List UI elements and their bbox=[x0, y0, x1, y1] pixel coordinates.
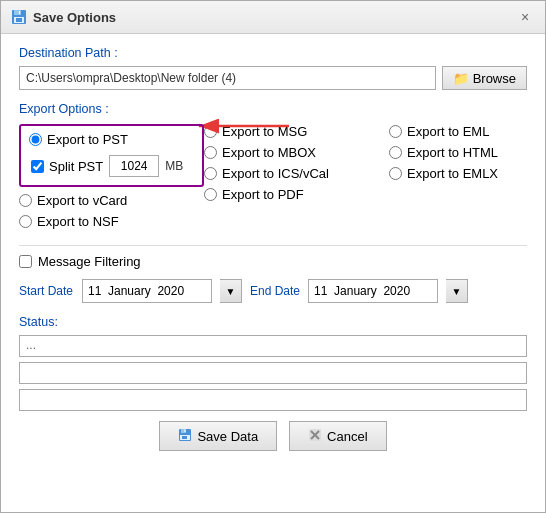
export-columns: Export to PST Split PST MB bbox=[19, 124, 527, 235]
message-filtering-row: Message Filtering bbox=[19, 254, 527, 269]
divider1 bbox=[19, 245, 527, 246]
pst-highlight-box: Export to PST Split PST MB bbox=[19, 124, 204, 187]
title-bar: Save Options × bbox=[1, 1, 545, 34]
browse-button[interactable]: 📁 Browse bbox=[442, 66, 527, 90]
svg-rect-11 bbox=[185, 429, 186, 432]
export-ics-radio[interactable] bbox=[204, 167, 217, 180]
export-options-section: Export Options : Export to PST bbox=[19, 102, 527, 235]
save-data-button[interactable]: Save Data bbox=[159, 421, 277, 451]
close-button[interactable]: × bbox=[515, 7, 535, 27]
export-pst-radio[interactable] bbox=[29, 133, 42, 146]
export-html-option[interactable]: Export to HTML bbox=[389, 145, 527, 160]
export-vcard-radio[interactable] bbox=[19, 194, 32, 207]
export-eml-option[interactable]: Export to EML bbox=[389, 124, 527, 139]
dialog-icon bbox=[11, 9, 27, 25]
start-date-label: Start Date bbox=[19, 284, 74, 298]
message-filtering-label: Message Filtering bbox=[38, 254, 141, 269]
export-mbox-radio[interactable] bbox=[204, 146, 217, 159]
export-col1-extra: Export to vCard Export to NSF bbox=[19, 193, 204, 229]
split-pst-checkbox[interactable] bbox=[31, 160, 44, 173]
status-text: ... bbox=[19, 335, 527, 357]
destination-input[interactable] bbox=[19, 66, 436, 90]
export-vcard-option[interactable]: Export to vCard bbox=[19, 193, 204, 208]
start-date-input[interactable] bbox=[82, 279, 212, 303]
export-col3: Export to EML Export to HTML Export to E… bbox=[389, 124, 527, 187]
title-bar-left: Save Options bbox=[11, 9, 116, 25]
split-pst-value-input[interactable] bbox=[109, 155, 159, 177]
status-bar3 bbox=[19, 389, 527, 411]
export-msg-radio[interactable] bbox=[204, 125, 217, 138]
export-emlx-radio[interactable] bbox=[389, 167, 402, 180]
export-emlx-option[interactable]: Export to EMLX bbox=[389, 166, 527, 181]
save-icon bbox=[178, 428, 192, 445]
end-date-label: End Date bbox=[250, 284, 300, 298]
destination-row: 📁 Browse bbox=[19, 66, 527, 90]
save-options-dialog: Save Options × Destination Path : 📁 Brow… bbox=[0, 0, 546, 513]
split-pst-label[interactable]: Split PST bbox=[31, 159, 103, 174]
button-row: Save Data Cancel bbox=[19, 421, 527, 451]
export-ics-option[interactable]: Export to ICS/vCal bbox=[204, 166, 389, 181]
folder-icon: 📁 bbox=[453, 71, 469, 86]
export-mbox-option[interactable]: Export to MBOX bbox=[204, 145, 389, 160]
cancel-button[interactable]: Cancel bbox=[289, 421, 386, 451]
status-bar2 bbox=[19, 362, 527, 384]
svg-rect-10 bbox=[182, 436, 187, 439]
start-date-picker-button[interactable]: ▼ bbox=[220, 279, 242, 303]
export-nsf-option[interactable]: Export to NSF bbox=[19, 214, 204, 229]
svg-rect-4 bbox=[19, 11, 20, 14]
export-html-radio[interactable] bbox=[389, 146, 402, 159]
export-pst-option[interactable]: Export to PST bbox=[29, 132, 194, 147]
dialog-content: Destination Path : 📁 Browse Export Optio… bbox=[1, 34, 545, 467]
export-col2: Export to MSG Export to MBOX Export to I… bbox=[204, 124, 389, 208]
split-unit: MB bbox=[165, 159, 183, 173]
end-date-picker-button[interactable]: ▼ bbox=[446, 279, 468, 303]
svg-rect-3 bbox=[16, 18, 22, 22]
dialog-title: Save Options bbox=[33, 10, 116, 25]
date-row: Start Date ▼ End Date ▼ bbox=[19, 279, 527, 303]
message-filtering-checkbox[interactable] bbox=[19, 255, 32, 268]
destination-label: Destination Path : bbox=[19, 46, 527, 60]
end-date-input[interactable] bbox=[308, 279, 438, 303]
export-col1: Export to PST Split PST MB bbox=[19, 124, 204, 235]
split-pst-row: Split PST MB bbox=[31, 155, 194, 177]
cancel-icon bbox=[308, 428, 322, 445]
export-msg-option[interactable]: Export to MSG bbox=[204, 124, 389, 139]
status-label: Status: bbox=[19, 315, 527, 329]
export-nsf-radio[interactable] bbox=[19, 215, 32, 228]
export-eml-radio[interactable] bbox=[389, 125, 402, 138]
export-pdf-option[interactable]: Export to PDF bbox=[204, 187, 389, 202]
export-options-label: Export Options : bbox=[19, 102, 527, 116]
export-pdf-radio[interactable] bbox=[204, 188, 217, 201]
